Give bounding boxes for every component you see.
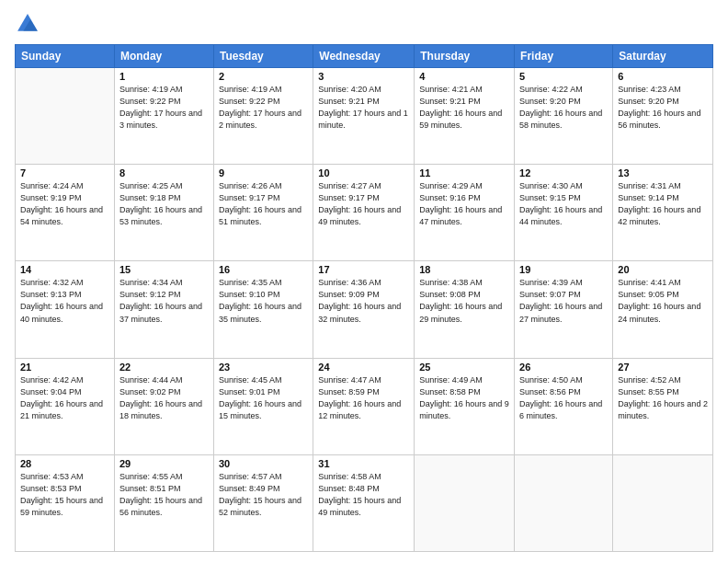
page: SundayMondayTuesdayWednesdayThursdayFrid…	[0, 0, 728, 563]
calendar-table: SundayMondayTuesdayWednesdayThursdayFrid…	[15, 44, 713, 552]
calendar-cell: 10Sunrise: 4:27 AMSunset: 9:17 PMDayligh…	[313, 165, 415, 261]
day-number: 14	[20, 264, 109, 275]
day-info: Sunrise: 4:20 AMSunset: 9:21 PMDaylight:…	[318, 84, 409, 132]
calendar-cell: 2Sunrise: 4:19 AMSunset: 9:22 PMDaylight…	[213, 68, 313, 165]
day-info: Sunrise: 4:23 AMSunset: 9:20 PMDaylight:…	[618, 84, 708, 132]
day-info: Sunrise: 4:41 AMSunset: 9:05 PMDaylight:…	[618, 277, 708, 325]
day-info: Sunrise: 4:44 AMSunset: 9:02 PMDaylight:…	[119, 374, 209, 422]
day-number: 21	[20, 362, 109, 373]
day-number: 8	[119, 167, 209, 178]
day-number: 6	[618, 71, 708, 82]
calendar-cell: 13Sunrise: 4:31 AMSunset: 9:14 PMDayligh…	[613, 165, 713, 261]
day-number: 19	[519, 264, 608, 275]
day-info: Sunrise: 4:19 AMSunset: 9:22 PMDaylight:…	[219, 84, 308, 132]
calendar-cell	[16, 68, 115, 165]
calendar-cell	[613, 454, 713, 551]
calendar-cell	[515, 454, 613, 551]
day-info: Sunrise: 4:34 AMSunset: 9:12 PMDaylight:…	[119, 277, 209, 325]
day-info: Sunrise: 4:19 AMSunset: 9:22 PMDaylight:…	[119, 84, 209, 132]
calendar-cell: 11Sunrise: 4:29 AMSunset: 9:16 PMDayligh…	[415, 165, 515, 261]
day-info: Sunrise: 4:29 AMSunset: 9:16 PMDaylight:…	[419, 180, 509, 228]
day-info: Sunrise: 4:55 AMSunset: 8:51 PMDaylight:…	[119, 471, 209, 519]
day-number: 25	[419, 362, 509, 373]
day-info: Sunrise: 4:57 AMSunset: 8:49 PMDaylight:…	[219, 471, 308, 519]
calendar-cell	[415, 454, 515, 551]
day-number: 26	[519, 362, 608, 373]
calendar-cell: 18Sunrise: 4:38 AMSunset: 9:08 PMDayligh…	[415, 261, 515, 358]
calendar-cell: 3Sunrise: 4:20 AMSunset: 9:21 PMDaylight…	[313, 68, 415, 165]
day-info: Sunrise: 4:39 AMSunset: 9:07 PMDaylight:…	[519, 277, 608, 325]
weekday-header-tuesday: Tuesday	[213, 45, 313, 68]
calendar-cell: 16Sunrise: 4:35 AMSunset: 9:10 PMDayligh…	[213, 261, 313, 358]
day-number: 16	[219, 264, 308, 275]
day-info: Sunrise: 4:24 AMSunset: 9:19 PMDaylight:…	[20, 180, 109, 228]
day-number: 4	[419, 71, 509, 82]
day-number: 10	[318, 167, 409, 178]
day-info: Sunrise: 4:49 AMSunset: 8:58 PMDaylight:…	[419, 374, 509, 422]
day-info: Sunrise: 4:38 AMSunset: 9:08 PMDaylight:…	[419, 277, 509, 325]
calendar-cell: 20Sunrise: 4:41 AMSunset: 9:05 PMDayligh…	[613, 261, 713, 358]
calendar-cell: 31Sunrise: 4:58 AMSunset: 8:48 PMDayligh…	[313, 454, 415, 551]
day-info: Sunrise: 4:21 AMSunset: 9:21 PMDaylight:…	[419, 84, 509, 132]
calendar-cell: 19Sunrise: 4:39 AMSunset: 9:07 PMDayligh…	[515, 261, 613, 358]
calendar-cell: 5Sunrise: 4:22 AMSunset: 9:20 PMDaylight…	[515, 68, 613, 165]
weekday-header-row: SundayMondayTuesdayWednesdayThursdayFrid…	[16, 45, 713, 68]
calendar-cell: 21Sunrise: 4:42 AMSunset: 9:04 PMDayligh…	[16, 358, 115, 454]
day-number: 5	[519, 71, 608, 82]
day-number: 9	[219, 167, 308, 178]
day-number: 12	[519, 167, 608, 178]
calendar-cell: 1Sunrise: 4:19 AMSunset: 9:22 PMDaylight…	[114, 68, 213, 165]
day-number: 29	[119, 458, 209, 469]
day-info: Sunrise: 4:53 AMSunset: 8:53 PMDaylight:…	[20, 471, 109, 519]
day-number: 22	[119, 362, 209, 373]
day-info: Sunrise: 4:31 AMSunset: 9:14 PMDaylight:…	[618, 180, 708, 228]
weekday-header-saturday: Saturday	[613, 45, 713, 68]
day-info: Sunrise: 4:50 AMSunset: 8:56 PMDaylight:…	[519, 374, 608, 422]
day-info: Sunrise: 4:45 AMSunset: 9:01 PMDaylight:…	[219, 374, 308, 422]
day-number: 30	[219, 458, 308, 469]
day-number: 18	[419, 264, 509, 275]
weekday-header-friday: Friday	[515, 45, 613, 68]
calendar-cell: 29Sunrise: 4:55 AMSunset: 8:51 PMDayligh…	[114, 454, 213, 551]
day-info: Sunrise: 4:27 AMSunset: 9:17 PMDaylight:…	[318, 180, 409, 228]
calendar-cell: 24Sunrise: 4:47 AMSunset: 8:59 PMDayligh…	[313, 358, 415, 454]
calendar-cell: 23Sunrise: 4:45 AMSunset: 9:01 PMDayligh…	[213, 358, 313, 454]
calendar-cell: 7Sunrise: 4:24 AMSunset: 9:19 PMDaylight…	[16, 165, 115, 261]
calendar-cell: 4Sunrise: 4:21 AMSunset: 9:21 PMDaylight…	[415, 68, 515, 165]
day-number: 31	[318, 458, 409, 469]
day-info: Sunrise: 4:36 AMSunset: 9:09 PMDaylight:…	[318, 277, 409, 325]
day-number: 28	[20, 458, 109, 469]
calendar-cell: 28Sunrise: 4:53 AMSunset: 8:53 PMDayligh…	[16, 454, 115, 551]
weekday-header-thursday: Thursday	[415, 45, 515, 68]
calendar-cell: 17Sunrise: 4:36 AMSunset: 9:09 PMDayligh…	[313, 261, 415, 358]
day-number: 13	[618, 167, 708, 178]
week-row-3: 14Sunrise: 4:32 AMSunset: 9:13 PMDayligh…	[16, 261, 713, 358]
day-info: Sunrise: 4:42 AMSunset: 9:04 PMDaylight:…	[20, 374, 109, 422]
calendar-cell: 27Sunrise: 4:52 AMSunset: 8:55 PMDayligh…	[613, 358, 713, 454]
week-row-1: 1Sunrise: 4:19 AMSunset: 9:22 PMDaylight…	[16, 68, 713, 165]
calendar-cell: 12Sunrise: 4:30 AMSunset: 9:15 PMDayligh…	[515, 165, 613, 261]
day-number: 1	[119, 71, 209, 82]
week-row-2: 7Sunrise: 4:24 AMSunset: 9:19 PMDaylight…	[16, 165, 713, 261]
day-info: Sunrise: 4:52 AMSunset: 8:55 PMDaylight:…	[618, 374, 708, 422]
day-number: 20	[618, 264, 708, 275]
day-number: 17	[318, 264, 409, 275]
calendar-cell: 30Sunrise: 4:57 AMSunset: 8:49 PMDayligh…	[213, 454, 313, 551]
header	[15, 11, 713, 37]
logo	[15, 11, 44, 37]
day-number: 7	[20, 167, 109, 178]
calendar-cell: 25Sunrise: 4:49 AMSunset: 8:58 PMDayligh…	[415, 358, 515, 454]
weekday-header-wednesday: Wednesday	[313, 45, 415, 68]
calendar: SundayMondayTuesdayWednesdayThursdayFrid…	[15, 44, 713, 552]
day-info: Sunrise: 4:58 AMSunset: 8:48 PMDaylight:…	[318, 471, 409, 519]
day-number: 11	[419, 167, 509, 178]
calendar-cell: 8Sunrise: 4:25 AMSunset: 9:18 PMDaylight…	[114, 165, 213, 261]
day-number: 2	[219, 71, 308, 82]
calendar-cell: 15Sunrise: 4:34 AMSunset: 9:12 PMDayligh…	[114, 261, 213, 358]
day-number: 27	[618, 362, 708, 373]
day-number: 23	[219, 362, 308, 373]
day-number: 3	[318, 71, 409, 82]
week-row-5: 28Sunrise: 4:53 AMSunset: 8:53 PMDayligh…	[16, 454, 713, 551]
calendar-cell: 6Sunrise: 4:23 AMSunset: 9:20 PMDaylight…	[613, 68, 713, 165]
weekday-header-sunday: Sunday	[16, 45, 115, 68]
